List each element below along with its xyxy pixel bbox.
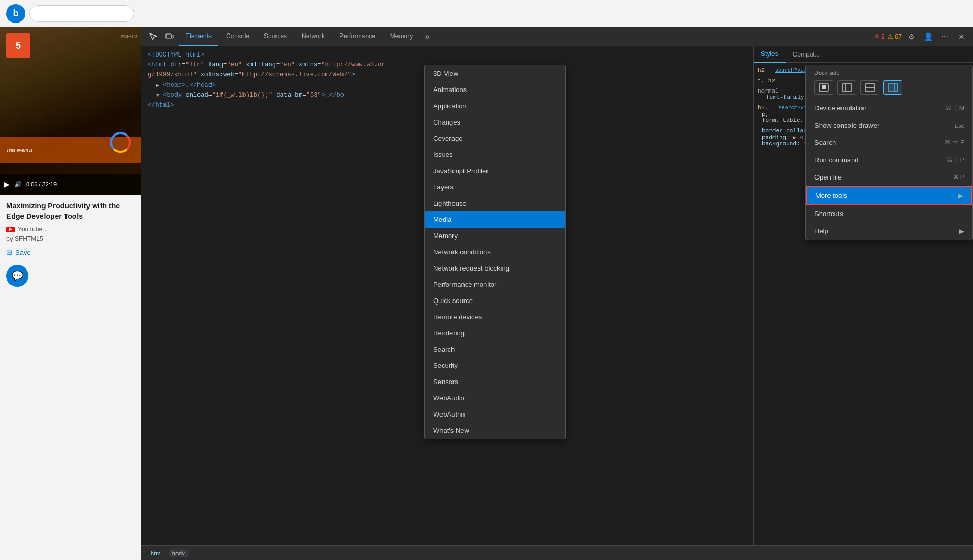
menu-item-search[interactable]: Search [425, 341, 565, 357]
more-options-button[interactable]: ⋯ [937, 29, 952, 44]
menu-item-remote-devices[interactable]: Remote devices [425, 309, 565, 325]
inspect-element-icon[interactable] [146, 29, 160, 44]
menu-item-coverage[interactable]: Coverage [425, 130, 565, 147]
tab-network[interactable]: Network [295, 27, 331, 46]
styles-tabs: Styles Comput… [754, 46, 973, 63]
settings-button[interactable]: ⚙ [904, 29, 919, 44]
menu-item-performance-monitor[interactable]: Performance monitor [425, 276, 565, 293]
tab-computed[interactable]: Comput… [786, 46, 828, 63]
right-panel-menu[interactable]: Dock side [805, 65, 973, 240]
google-logo [110, 132, 131, 153]
video-author: by SFHTML5 [6, 235, 135, 242]
error-badge[interactable]: ✕ 2 [874, 32, 885, 40]
devtools-content: <!DOCTYPE html> <html dir="ltr" lang="en… [141, 46, 973, 545]
save-icon: ⊞ [6, 249, 12, 256]
dock-options [814, 80, 964, 95]
dock-option-undock[interactable] [814, 80, 833, 95]
menu-item-security[interactable]: Security [425, 357, 565, 374]
menu-item-changes[interactable]: Changes [425, 114, 565, 130]
error-icon: ✕ [874, 32, 880, 40]
tab-elements[interactable]: Elements [179, 27, 218, 46]
svg-rect-0 [166, 34, 171, 38]
right-menu-open-file[interactable]: Open file ⌘ P [806, 169, 972, 186]
video-title: Maximizing Productivity with the Edge De… [6, 201, 135, 221]
svg-rect-1 [172, 35, 173, 38]
more-tabs-button[interactable]: » [421, 30, 434, 43]
video-panel: This event is 5 #SFHM ▶ 🔊 [0, 27, 141, 560]
menu-item-webaudio[interactable]: WebAudio [425, 390, 565, 406]
svg-rect-3 [822, 85, 826, 89]
more-tools-menu[interactable]: 3D View Animations Application Changes C… [424, 65, 566, 439]
devtools-toolbar: Elements Console Sources Network Perform… [141, 27, 973, 46]
volume-icon[interactable]: 🔊 [14, 181, 22, 188]
menu-item-media[interactable]: Media [425, 211, 565, 228]
youtube-icon [6, 227, 15, 232]
tab-performance[interactable]: Performance [333, 27, 382, 46]
chevron-right-icon: ▶ [958, 192, 963, 199]
right-menu-show-console-drawer[interactable]: Show console drawer Esc [806, 117, 972, 134]
code-line: <!DOCTYPE html> [148, 50, 747, 60]
svg-rect-4 [842, 84, 852, 91]
breadcrumb-html[interactable]: html [148, 549, 165, 557]
devtools-panel: Elements Console Sources Network Perform… [141, 27, 973, 560]
right-menu-search[interactable]: Search ⌘ ⌥ F [806, 134, 972, 151]
right-menu-shortcuts[interactable]: Shortcuts [806, 205, 972, 222]
dock-option-left[interactable] [837, 80, 856, 95]
video-controls: ▶ 🔊 0:06 / 32:19 [0, 174, 141, 195]
sfhtml5-badge: #SFHM [121, 33, 137, 39]
browser-bar: b [0, 0, 973, 27]
tab-console[interactable]: Console [220, 27, 256, 46]
dock-side-section: Dock side [806, 65, 972, 99]
menu-item-3dview[interactable]: 3D View [425, 65, 565, 82]
bing-logo: b [6, 4, 25, 23]
chat-fab[interactable]: 💬 [6, 265, 28, 287]
menu-item-jsprofiler[interactable]: JavaScript Profiler [425, 163, 565, 179]
save-button[interactable]: ⊞ Save [6, 249, 135, 256]
menu-item-sensors[interactable]: Sensors [425, 374, 565, 390]
menu-item-network-request-blocking[interactable]: Network request blocking [425, 260, 565, 276]
address-bar[interactable] [29, 5, 134, 22]
right-menu-device-emulation[interactable]: Device emulation ⌘ ⇧ M [806, 99, 972, 117]
dock-side-label: Dock side [814, 70, 964, 76]
menu-item-quick-source[interactable]: Quick source [425, 293, 565, 309]
html5-logo: 5 [6, 33, 30, 58]
video-info: Maximizing Productivity with the Edge De… [0, 195, 141, 560]
menu-item-application[interactable]: Application [425, 98, 565, 114]
chevron-right-icon: ▶ [959, 228, 964, 235]
menu-item-issues[interactable]: Issues [425, 147, 565, 163]
menu-item-whats-new[interactable]: What's New [425, 422, 565, 439]
right-menu-run-command[interactable]: Run command ⌘ ⇧ P [806, 151, 972, 169]
tab-sources[interactable]: Sources [258, 27, 293, 46]
video-audience-bg: This event is 5 #SFHM [0, 27, 141, 195]
video-source: YouTube... [6, 226, 135, 233]
play-button[interactable]: ▶ [4, 180, 10, 188]
menu-item-webauthn[interactable]: WebAuthn [425, 406, 565, 422]
menu-item-network-conditions[interactable]: Network conditions [425, 244, 565, 260]
menu-item-lighthouse[interactable]: Lighthouse [425, 195, 565, 211]
tab-styles[interactable]: Styles [754, 46, 786, 63]
menu-item-rendering[interactable]: Rendering [425, 325, 565, 341]
close-devtools-button[interactable]: ✕ [954, 29, 969, 44]
video-source-text: YouTube... [18, 226, 48, 233]
breadcrumb-body[interactable]: body [169, 549, 188, 557]
video-thumbnail: This event is 5 #SFHM ▶ 🔊 [0, 27, 141, 195]
event-text: This event is [6, 148, 33, 153]
devtools-bottom-bar: html body [141, 545, 973, 560]
device-toggle-icon[interactable] [162, 29, 177, 44]
dock-option-bottom[interactable] [860, 80, 879, 95]
svg-rect-8 [888, 84, 898, 91]
main-area: This event is 5 #SFHM ▶ 🔊 [0, 27, 973, 560]
right-menu-help[interactable]: Help ▶ [806, 222, 972, 240]
menu-item-memory[interactable]: Memory [425, 228, 565, 244]
profile-button[interactable]: 👤 [921, 29, 935, 44]
time-display: 0:06 / 32:19 [26, 181, 57, 187]
dock-option-right[interactable] [883, 80, 902, 95]
right-menu-more-tools[interactable]: More tools ▶ [806, 186, 972, 205]
menu-item-layers[interactable]: Layers [425, 179, 565, 195]
warning-icon: ⚠ [887, 32, 893, 40]
warning-badge[interactable]: ⚠ 67 [887, 32, 902, 40]
toolbar-right: ✕ 2 ⚠ 67 ⚙ 👤 ⋯ ✕ [874, 29, 969, 44]
svg-rect-6 [865, 84, 875, 91]
tab-memory[interactable]: Memory [384, 27, 419, 46]
menu-item-animations[interactable]: Animations [425, 82, 565, 98]
